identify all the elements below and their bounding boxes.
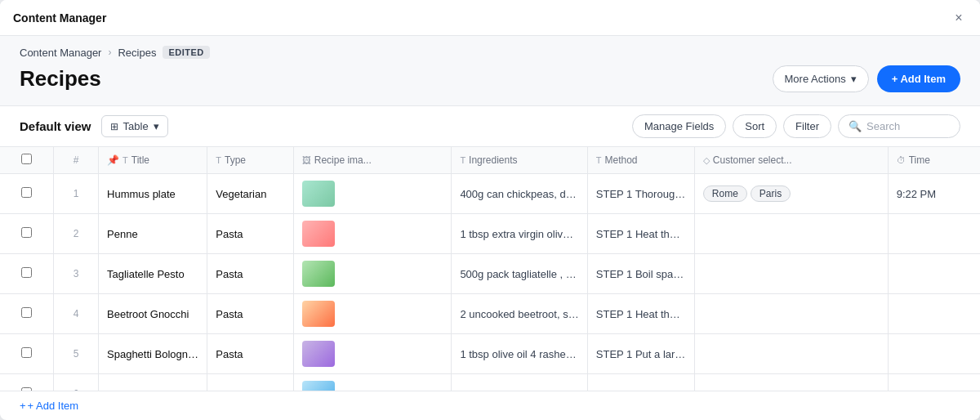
row-checkbox-cell[interactable] xyxy=(0,174,54,214)
row-checkbox[interactable] xyxy=(21,267,32,278)
page-title: Recipes xyxy=(20,66,101,92)
row-method: STEP 1 Boil spaghetti in a large pan acc… xyxy=(587,254,694,294)
table-row[interactable]: 2PennePasta1 tbsp extra virgin olive oil… xyxy=(0,214,980,254)
clock-icon: ⏱ xyxy=(897,155,906,165)
view-type-selector[interactable]: ⊞ Table ▾ xyxy=(101,115,168,137)
close-button[interactable]: × xyxy=(951,10,967,26)
breadcrumb-root[interactable]: Content Manager xyxy=(20,47,101,59)
breadcrumb-separator: › xyxy=(108,47,111,58)
table-row[interactable]: 3Tagliatelle PestoPasta500g pack tagliat… xyxy=(0,254,980,294)
row-checkbox[interactable] xyxy=(21,347,32,358)
toolbar-right: Manage Fields Sort Filter 🔍 Search xyxy=(632,114,960,138)
row-time xyxy=(888,214,980,254)
image-icon: 🖼 xyxy=(302,155,311,165)
table-icon: ⊞ xyxy=(110,121,118,132)
row-time xyxy=(888,334,980,374)
row-method: STEP 1 Put a large saucepan on a medium … xyxy=(587,334,694,374)
row-checkbox-cell[interactable] xyxy=(0,334,54,374)
customer-tag: Rome xyxy=(703,185,747,202)
view-type-label: Table xyxy=(123,120,149,132)
row-checkbox-cell[interactable] xyxy=(0,214,54,254)
row-ingredients: 1 tbsp extra virgin olive oil 2 garlic c… xyxy=(452,214,587,254)
th-time[interactable]: ⏱ Time xyxy=(888,147,980,174)
row-title[interactable]: Beetroot Gnocchi xyxy=(99,294,207,334)
row-recipe-image xyxy=(293,214,452,254)
row-type: Pasta xyxy=(207,294,293,334)
th-recipe-image[interactable]: 🖼 Recipe ima... xyxy=(293,147,452,174)
top-bar: Content Manager › Recipes EDITED Recipes… xyxy=(0,36,980,106)
table-row[interactable]: 6🔴LasagneMeat450g lean minced beef/lamb … xyxy=(0,374,980,391)
row-title[interactable]: Tagliatelle Pesto xyxy=(99,254,207,294)
row-checkbox[interactable] xyxy=(21,307,32,318)
title-bar: Content Manager × xyxy=(0,0,980,36)
th-method[interactable]: T Method xyxy=(587,147,694,174)
row-customer-select xyxy=(694,294,888,334)
breadcrumb: Content Manager › Recipes EDITED xyxy=(20,46,960,59)
table-row[interactable]: 5Spaghetti BolognesePasta1 tbsp olive oi… xyxy=(0,334,980,374)
row-customer-select xyxy=(694,334,888,374)
row-type: Meat xyxy=(207,374,293,391)
row-title[interactable]: Penne xyxy=(99,214,207,254)
row-ingredients: 450g lean minced beef/lamb 1 onion 1 ... xyxy=(452,374,587,391)
th-num: # xyxy=(54,147,99,174)
toolbar: Default view ⊞ Table ▾ Manage Fields Sor… xyxy=(0,106,980,147)
text-icon: T xyxy=(460,155,466,165)
default-view-label: Default view xyxy=(20,119,91,133)
more-actions-label: More Actions xyxy=(785,73,846,85)
row-customer-select xyxy=(694,214,888,254)
text-icon: T xyxy=(122,155,128,165)
table-header-row: # 📌 T Title T Type xyxy=(0,147,980,174)
more-actions-button[interactable]: More Actions ▾ xyxy=(773,65,869,92)
row-checkbox-cell[interactable] xyxy=(0,254,54,294)
chevron-down-icon: ▾ xyxy=(154,120,159,132)
row-title[interactable]: Spaghetti Bolognese xyxy=(99,334,207,374)
row-type: Vegetarian xyxy=(207,174,293,214)
add-item-footer-row[interactable]: + + Add Item xyxy=(0,391,980,420)
row-checkbox[interactable] xyxy=(21,187,32,198)
row-method: STEP 1 Thoroughly rinse the chickpeas in… xyxy=(587,174,694,214)
row-checkbox[interactable] xyxy=(21,227,32,238)
add-item-button[interactable]: + Add Item xyxy=(877,65,960,92)
row-time xyxy=(888,294,980,334)
row-customer-select xyxy=(694,254,888,294)
row-number: 4 xyxy=(54,294,99,334)
table-body: 1Hummus plateVegetarian400g can chickpea… xyxy=(0,174,980,391)
row-title[interactable]: 🔴Lasagne xyxy=(99,374,207,391)
row-recipe-image xyxy=(293,334,452,374)
page-header: Recipes More Actions ▾ + Add Item xyxy=(20,65,960,92)
select-all-checkbox[interactable] xyxy=(21,154,32,164)
search-box[interactable]: 🔍 Search xyxy=(838,114,960,138)
search-placeholder: Search xyxy=(866,120,900,132)
table-row[interactable]: 4Beetroot GnocchiPasta2 uncooked beetroo… xyxy=(0,294,980,334)
row-ingredients: 1 tbsp olive oil 4 rashers smoked streak… xyxy=(452,334,587,374)
window-title: Content Manager xyxy=(13,11,106,25)
row-recipe-image xyxy=(293,254,452,294)
sort-button[interactable]: Sort xyxy=(733,114,777,138)
row-title[interactable]: Hummus plate xyxy=(99,174,207,214)
search-icon: 🔍 xyxy=(849,120,862,132)
row-checkbox-cell[interactable] xyxy=(0,374,54,391)
filter-button[interactable]: Filter xyxy=(783,114,831,138)
row-checkbox-cell[interactable] xyxy=(0,294,54,334)
toolbar-left: Default view ⊞ Table ▾ xyxy=(20,115,168,137)
text-icon: T xyxy=(216,155,221,165)
row-recipe-image xyxy=(293,374,452,391)
manage-fields-button[interactable]: Manage Fields xyxy=(632,114,726,138)
pin-icon: 📌 xyxy=(107,154,119,166)
row-recipe-image xyxy=(293,294,452,334)
row-recipe-image xyxy=(293,174,452,214)
th-ingredients[interactable]: T Ingredients xyxy=(452,147,587,174)
th-checkbox[interactable] xyxy=(0,147,54,174)
th-title[interactable]: 📌 T Title xyxy=(99,147,207,174)
table-row[interactable]: 1Hummus plateVegetarian400g can chickpea… xyxy=(0,174,980,214)
th-type[interactable]: T Type xyxy=(207,147,293,174)
row-type: Pasta xyxy=(207,214,293,254)
row-type: Pasta xyxy=(207,334,293,374)
recipes-table: # 📌 T Title T Type xyxy=(0,147,980,391)
th-customer-select[interactable]: ◇ Customer select... xyxy=(694,147,888,174)
row-number: 1 xyxy=(54,174,99,214)
plus-icon: + xyxy=(20,400,26,412)
row-ingredients: 400g can chickpeas, drained 80ml extr... xyxy=(452,174,587,214)
row-number: 5 xyxy=(54,334,99,374)
text-icon: T xyxy=(596,155,602,165)
